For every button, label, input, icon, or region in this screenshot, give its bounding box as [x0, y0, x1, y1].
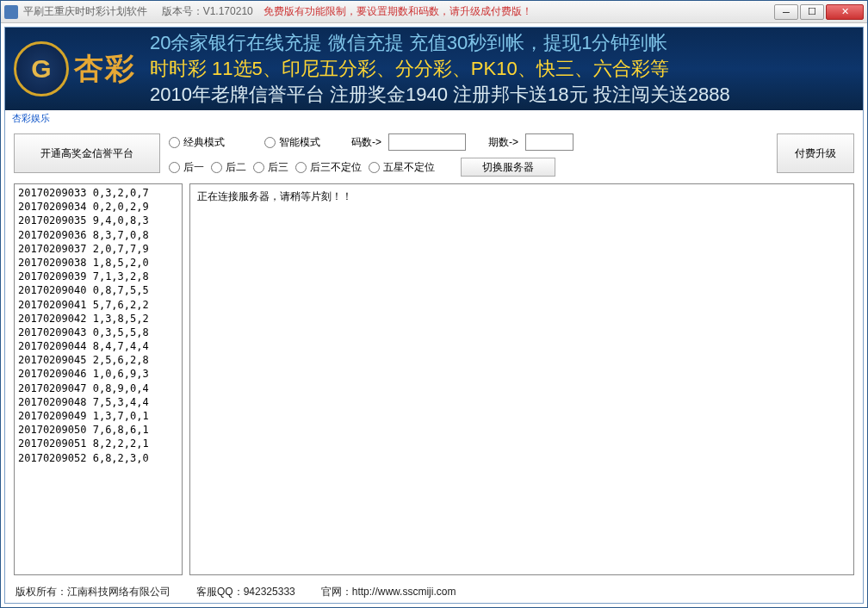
- history-item[interactable]: 20170209042 1,3,8,5,2: [18, 312, 178, 326]
- radio-hou3-input[interactable]: [253, 162, 264, 173]
- logo-glyph: G: [31, 54, 51, 84]
- client-area: G 杏彩 20余家银行在线充提 微信充提 充值30秒到帐，提现1分钟到帐 时时彩…: [4, 27, 864, 604]
- history-item[interactable]: 20170209037 2,0,7,7,9: [18, 242, 178, 256]
- radio-classic-label: 经典模式: [183, 135, 225, 150]
- minimize-button[interactable]: ─: [774, 4, 798, 20]
- radio-wuxing-label: 五星不定位: [383, 160, 435, 175]
- ad-banner[interactable]: G 杏彩 20余家银行在线充提 微信充提 充值30秒到帐，提现1分钟到帐 时时彩…: [5, 28, 863, 110]
- content-row: 20170209033 0,3,2,0,720170209034 0,2,0,2…: [5, 183, 863, 580]
- controls-row: 开通高奖金信誉平台 经典模式 智能模式 码数->: [5, 127, 863, 183]
- radio-hou1-input[interactable]: [169, 162, 180, 173]
- radio-hou3-label: 后三: [268, 160, 288, 175]
- banner-lines: 20余家银行在线充提 微信充提 充值30秒到帐，提现1分钟到帐 时时彩 11选5…: [150, 30, 730, 108]
- history-item[interactable]: 20170209048 7,5,3,4,4: [18, 395, 178, 409]
- radio-hou2-label: 后二: [226, 160, 246, 175]
- radio-classic-mode[interactable]: 经典模式: [169, 135, 225, 150]
- position-row: 后一 后二 后三 后三不定位: [169, 158, 768, 177]
- radio-hou3[interactable]: 后三: [253, 160, 288, 175]
- history-list[interactable]: 20170209033 0,3,2,0,720170209034 0,2,0,2…: [14, 183, 183, 575]
- history-item[interactable]: 20170209049 1,3,7,0,1: [18, 409, 178, 423]
- ma-input[interactable]: [388, 133, 466, 151]
- radio-hou3b-input[interactable]: [295, 162, 307, 173]
- history-item[interactable]: 20170209041 5,7,6,2,2: [18, 298, 178, 312]
- qi-input[interactable]: [525, 133, 574, 151]
- maximize-button[interactable]: ☐: [800, 4, 824, 20]
- history-item[interactable]: 20170209039 7,1,3,2,8: [18, 270, 178, 283]
- qi-label: 期数->: [488, 135, 518, 150]
- radio-hou1[interactable]: 后一: [169, 160, 204, 175]
- history-item[interactable]: 20170209050 7,6,8,6,1: [18, 423, 178, 437]
- footer-site: 官网：http://www.sscmiji.com: [321, 585, 456, 599]
- banner-line2: 时时彩 11选5、印尼五分彩、分分彩、PK10、快三、六合彩等: [150, 56, 730, 82]
- app-title: 平刷王重庆时时彩计划软件 版本号：V1.170210: [23, 4, 253, 19]
- title-warning: 免费版有功能限制，要设置期数和码数，请升级成付费版！: [264, 4, 532, 19]
- radio-smart-label: 智能模式: [279, 135, 320, 150]
- radio-hou2[interactable]: 后二: [211, 160, 246, 175]
- history-item[interactable]: 20170209034 0,2,0,2,9: [18, 200, 178, 214]
- radio-hou2-input[interactable]: [211, 162, 222, 173]
- history-item[interactable]: 20170209046 1,0,6,9,3: [18, 367, 178, 381]
- titlebar: 平刷王重庆时时彩计划软件 版本号：V1.170210 免费版有功能限制，要设置期…: [1, 1, 867, 23]
- footer: 版权所有：江南科技网络有限公司 客服QQ：942325333 官网：http:/…: [5, 580, 863, 603]
- banner-brand: 杏彩: [74, 49, 136, 89]
- mode-row: 经典模式 智能模式 码数-> 期数->: [169, 133, 768, 151]
- history-item[interactable]: 20170209035 9,4,0,8,3: [18, 214, 178, 227]
- radio-wuxing-input[interactable]: [369, 162, 380, 173]
- history-item[interactable]: 20170209045 2,5,6,2,8: [18, 353, 178, 367]
- footer-qq: 客服QQ：942325333: [196, 585, 295, 599]
- open-platform-button[interactable]: 开通高奖金信誉平台: [14, 133, 160, 173]
- log-message: 正在连接服务器，请稍等片刻！！: [197, 190, 352, 202]
- history-item[interactable]: 20170209044 8,4,7,4,4: [18, 339, 178, 353]
- history-item[interactable]: 20170209033 0,3,2,0,7: [18, 186, 178, 200]
- radio-wuxing-budingwei[interactable]: 五星不定位: [369, 160, 435, 175]
- footer-copyright: 版权所有：江南科技网络有限公司: [16, 585, 170, 599]
- history-item[interactable]: 20170209040 0,8,7,5,5: [18, 283, 178, 297]
- history-item[interactable]: 20170209047 0,8,9,0,4: [18, 382, 178, 395]
- history-item[interactable]: 20170209038 1,8,5,2,0: [18, 256, 178, 270]
- app-name-text: 平刷王重庆时时彩计划软件: [23, 5, 147, 17]
- banner-line3: 2010年老牌信誉平台 注册奖金1940 注册邦卡送18元 投注闯关送2888: [150, 82, 730, 108]
- history-item[interactable]: 20170209043 0,3,5,5,8: [18, 326, 178, 339]
- small-link[interactable]: 杏彩娱乐: [5, 110, 863, 127]
- radio-hou3b-label: 后三不定位: [310, 160, 362, 175]
- mid-controls: 经典模式 智能模式 码数-> 期数->: [169, 133, 768, 177]
- radio-hou1-label: 后一: [183, 160, 204, 175]
- version-text: 版本号：V1.170210: [162, 5, 253, 17]
- close-button[interactable]: ✕: [826, 4, 864, 20]
- switch-server-button[interactable]: 切换服务器: [461, 158, 555, 177]
- upgrade-button[interactable]: 付费升级: [777, 133, 854, 173]
- radio-smart-input[interactable]: [264, 137, 276, 148]
- history-item[interactable]: 20170209052 6,8,2,3,0: [18, 451, 178, 465]
- history-item[interactable]: 20170209036 8,3,7,0,8: [18, 228, 178, 242]
- app-window: 平刷王重庆时时彩计划软件 版本号：V1.170210 免费版有功能限制，要设置期…: [0, 0, 868, 608]
- app-icon: [4, 5, 18, 19]
- radio-hou3-budingwei[interactable]: 后三不定位: [295, 160, 362, 175]
- radio-smart-mode[interactable]: 智能模式: [264, 135, 320, 150]
- ma-label: 码数->: [351, 135, 381, 150]
- history-item[interactable]: 20170209051 8,2,2,2,1: [18, 437, 178, 450]
- radio-classic-input[interactable]: [169, 137, 180, 148]
- banner-logo-icon: G: [14, 41, 69, 96]
- log-panel[interactable]: 正在连接服务器，请稍等片刻！！: [189, 183, 854, 575]
- banner-line1: 20余家银行在线充提 微信充提 充值30秒到帐，提现1分钟到帐: [150, 30, 730, 56]
